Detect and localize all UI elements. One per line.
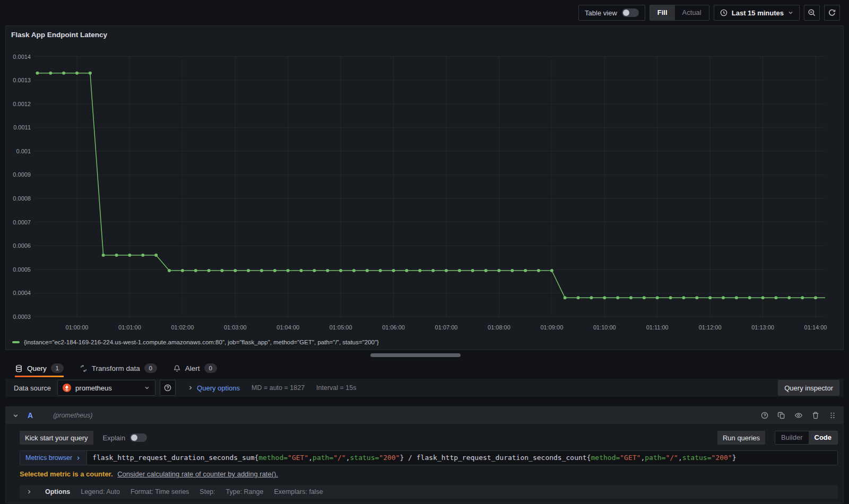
tab-query[interactable]: Query 1 — [15, 359, 64, 378]
svg-text:0.0004: 0.0004 — [13, 290, 31, 296]
toggle-knob — [623, 10, 629, 16]
rate-hint-link[interactable]: Consider calculating rate of counter by … — [117, 470, 278, 478]
tab-transform-data[interactable]: Transform data 0 — [80, 359, 157, 378]
table-view-label: Table view — [585, 9, 617, 17]
collapse-chevron-icon — [12, 412, 19, 419]
tab-label: Alert — [185, 364, 200, 372]
datasource-help-button[interactable] — [160, 380, 176, 396]
option-summary-item: Legend: Auto — [81, 488, 120, 496]
svg-text:01:00:00: 01:00:00 — [66, 324, 89, 331]
svg-text:01:03:00: 01:03:00 — [224, 324, 247, 331]
query-ref-id[interactable]: A — [28, 411, 33, 420]
datasource-row: Data source prometheus Query options MD … — [5, 379, 844, 397]
legend-series-label[interactable]: {instance="ec2-184-169-216-224.us-west-1… — [24, 339, 379, 345]
fill-actual-switcher: Fill Actual — [649, 5, 709, 21]
fill-button[interactable]: Fill — [650, 5, 675, 20]
query-options-label: Query options — [197, 384, 240, 392]
eye-icon — [794, 411, 803, 420]
svg-text:01:01:00: 01:01:00 — [118, 324, 141, 331]
table-view-control: Table view — [578, 5, 645, 21]
prometheus-icon — [63, 384, 71, 392]
query-row-actions — [760, 411, 837, 420]
panel-title[interactable]: Flask App Endpoint Latency — [6, 26, 843, 43]
svg-text:0.0012: 0.0012 — [13, 101, 31, 107]
svg-text:0.0008: 0.0008 — [13, 195, 31, 202]
horizontal-scrollbar — [0, 350, 849, 359]
tab-label: Query — [27, 364, 47, 372]
option-summary-item: Exemplars: false — [274, 488, 323, 496]
svg-text:0.0014: 0.0014 — [13, 54, 31, 60]
help-circle-icon — [163, 384, 172, 392]
kick-start-query-button[interactable]: Kick start your query — [20, 431, 93, 445]
svg-text:01:06:00: 01:06:00 — [382, 324, 405, 331]
tab-label: Transform data — [92, 364, 140, 372]
zoom-out-icon — [808, 8, 816, 17]
editor-tabs: Query 1 Transform data 0 Alert 0 — [0, 359, 849, 378]
code-button[interactable]: Code — [809, 431, 838, 444]
datasource-value: prometheus — [75, 384, 112, 392]
svg-text:01:13:00: 01:13:00 — [751, 324, 774, 331]
toggle-knob — [131, 435, 137, 441]
top-toolbar: Table view Fill Actual Last 15 minutes — [0, 0, 849, 25]
time-range-picker[interactable]: Last 15 minutes — [714, 5, 800, 21]
builder-code-switcher: Builder Code — [775, 431, 838, 445]
refresh-icon — [828, 8, 836, 17]
trash-icon — [811, 411, 820, 420]
builder-button[interactable]: Builder — [775, 431, 808, 444]
toggle-visibility-button[interactable] — [794, 411, 803, 420]
svg-text:01:02:00: 01:02:00 — [171, 324, 194, 331]
tab-alert[interactable]: Alert 0 — [173, 359, 217, 378]
run-queries-button[interactable]: Run queries — [717, 431, 765, 445]
explain-label: Explain — [103, 434, 126, 442]
query-editor-card: A (prometheus) Kick start your query Exp… — [5, 406, 844, 503]
svg-text:0.001: 0.001 — [16, 148, 31, 154]
refresh-button[interactable] — [824, 5, 840, 21]
grafana-panel-editor: Table view Fill Actual Last 15 minutes F… — [0, 0, 849, 504]
timeseries-chart[interactable]: 0.00140.00130.00120.00110.0010.00090.000… — [6, 43, 843, 336]
timeseries-panel: Flask App Endpoint Latency 0.00140.00130… — [5, 25, 844, 350]
datasource-label: Data source — [10, 384, 51, 392]
info-circle-icon — [760, 411, 769, 420]
chart-legend: {instance="ec2-184-169-216-224.us-west-1… — [6, 336, 843, 349]
duplicate-query-button[interactable] — [777, 411, 786, 420]
interval-text: Interval = 15s — [316, 384, 356, 392]
drag-handle[interactable] — [828, 411, 837, 420]
legend-swatch — [12, 341, 20, 343]
svg-text:0.0009: 0.0009 — [13, 171, 31, 178]
svg-text:01:12:00: 01:12:00 — [699, 324, 722, 331]
chevron-right-icon — [75, 455, 81, 461]
svg-text:01:09:00: 01:09:00 — [540, 324, 563, 331]
option-summary-item: Type: Range — [226, 488, 264, 496]
promql-query-input[interactable]: flask_http_request_duration_seconds_sum{… — [87, 451, 837, 465]
actual-button[interactable]: Actual — [675, 5, 709, 20]
metrics-browser-toggle[interactable]: Metrics browser — [20, 451, 87, 465]
explain-toggle[interactable] — [130, 433, 147, 442]
tab-count-badge: 0 — [204, 363, 217, 373]
chevron-down-icon — [787, 10, 794, 16]
chevron-right-icon — [26, 489, 32, 495]
scrollbar-thumb[interactable] — [370, 353, 461, 357]
query-options-toggle[interactable]: Query options — [187, 384, 240, 392]
query-row-header[interactable]: A (prometheus) — [6, 407, 843, 424]
query-toolbar: Kick start your query Explain Run querie… — [20, 430, 838, 445]
query-datasource-hint: (prometheus) — [53, 412, 92, 419]
query-help-button[interactable] — [760, 411, 769, 420]
svg-text:01:08:00: 01:08:00 — [488, 324, 510, 331]
promql-editor: Metrics browser flask_http_request_durat… — [20, 450, 838, 465]
svg-text:01:10:00: 01:10:00 — [593, 324, 616, 331]
svg-text:01:11:00: 01:11:00 — [646, 324, 669, 331]
delete-query-button[interactable] — [811, 411, 820, 420]
query-editor-body: Kick start your query Explain Run querie… — [6, 424, 843, 503]
datasource-picker[interactable]: prometheus — [57, 380, 155, 396]
option-summary-item: Step: — [200, 488, 215, 496]
query-options-bar[interactable]: Options Legend: AutoFormat: Time seriesS… — [20, 485, 838, 499]
explain-control: Explain — [103, 433, 148, 442]
warning-text: Selected metric is a counter. — [20, 470, 113, 478]
options-summary: Legend: AutoFormat: Time seriesStep:Type… — [81, 488, 323, 496]
zoom-out-button[interactable] — [804, 5, 820, 21]
query-inspector-button[interactable]: Query inspector — [778, 380, 839, 396]
tab-count-badge: 0 — [144, 363, 157, 373]
chevron-down-icon — [144, 385, 150, 391]
table-view-toggle[interactable] — [622, 8, 639, 17]
svg-text:0.0007: 0.0007 — [13, 219, 31, 225]
